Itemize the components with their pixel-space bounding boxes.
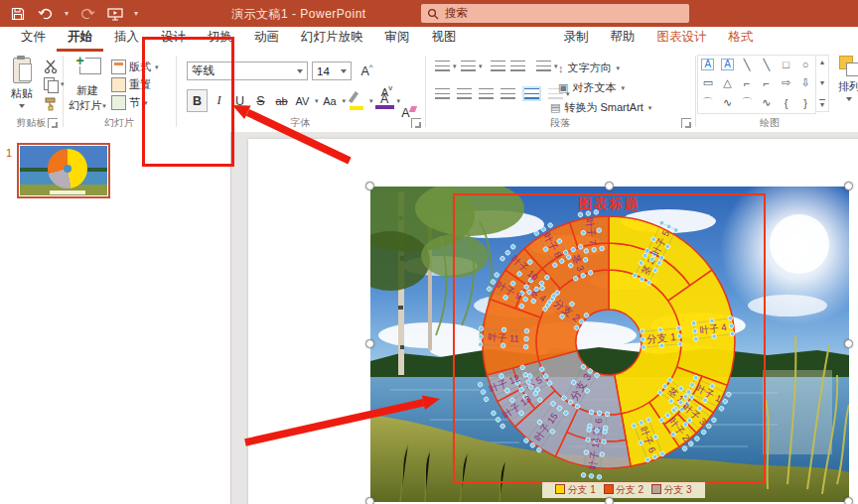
label-handle-dot[interactable] <box>730 331 735 336</box>
shape-glyph-16[interactable]: ∿ <box>762 96 771 109</box>
strike2-button[interactable]: ab <box>272 90 291 111</box>
decrease-indent-button[interactable] <box>491 61 505 71</box>
increase-indent-button[interactable] <box>510 61 525 71</box>
tab-8[interactable]: 审阅 <box>374 25 421 52</box>
shape-glyph-11[interactable]: ⇨ <box>782 76 790 89</box>
label-handle-dot[interactable] <box>487 286 493 292</box>
label-handle-dot[interactable] <box>584 449 589 454</box>
strike-button[interactable]: S <box>251 90 270 111</box>
new-slide-button[interactable]: + 新建 幻灯片▾ <box>68 56 107 113</box>
label-handle-dot[interactable] <box>602 430 607 435</box>
numbering-button[interactable]: ▾ <box>461 61 483 71</box>
arrange-dropdown-icon[interactable] <box>846 97 852 104</box>
shape-glyph-2[interactable]: A <box>721 59 734 70</box>
label-handle-dot[interactable] <box>642 344 646 349</box>
search-input[interactable]: 搜索 <box>421 4 689 23</box>
start-slideshow-icon[interactable] <box>106 5 124 23</box>
label-handle-dot[interactable] <box>597 411 602 416</box>
selection-handle[interactable] <box>365 497 374 504</box>
shape-glyph-12[interactable]: ⇩ <box>801 76 810 89</box>
tab-2[interactable]: 开始 <box>57 25 103 52</box>
label-handle-dot[interactable] <box>524 328 529 333</box>
shape-glyph-3[interactable]: ╲ <box>744 59 751 71</box>
label-handle-dot[interactable] <box>581 472 586 477</box>
legend-item[interactable]: 分支 1 <box>555 483 595 497</box>
label-handle-dot[interactable] <box>597 228 602 233</box>
selection-handle[interactable] <box>605 497 614 504</box>
tab-1[interactable]: 文件 <box>10 25 57 52</box>
paste-dropdown-icon[interactable] <box>19 104 25 111</box>
case-dropdown-icon[interactable]: ▾ <box>343 97 347 105</box>
shape-glyph-18[interactable]: } <box>803 97 807 109</box>
legend-item[interactable]: 分支 3 <box>651 483 691 497</box>
tab-5[interactable]: 切换 <box>197 25 243 52</box>
label-handle-dot[interactable] <box>589 410 594 415</box>
shapes-scroll-up-icon[interactable]: ▲ <box>819 59 826 65</box>
shapes-gallery[interactable]: AA╲╲□○▭△⌐⌐⇨⇩⌒∿⌒∿{} <box>697 55 816 114</box>
label-handle-dot[interactable] <box>658 220 664 226</box>
label-handle-dot[interactable] <box>726 391 732 397</box>
tab-9[interactable]: 视图 <box>421 25 468 52</box>
slide-thumbnail[interactable] <box>17 143 110 198</box>
font-size-combo[interactable]: 14 <box>312 62 352 80</box>
label-handle-dot[interactable] <box>584 248 589 253</box>
align-left-button[interactable] <box>435 88 450 99</box>
reset-button[interactable]: 重置 <box>111 77 151 92</box>
paragraph-dialog-launcher-icon[interactable] <box>681 118 691 128</box>
font-name-combo[interactable]: 等线 <box>187 62 308 80</box>
distribute-button[interactable] <box>524 88 539 99</box>
label-handle-dot[interactable] <box>478 382 484 388</box>
tab-12[interactable]: 图表设计 <box>646 25 718 52</box>
label-handle-dot[interactable] <box>693 336 698 341</box>
label-handle-dot[interactable] <box>641 337 645 342</box>
redo-icon[interactable] <box>78 5 96 23</box>
underline-button[interactable]: U <box>230 90 249 111</box>
label-handle-dot[interactable] <box>501 327 506 332</box>
label-handle-dot[interactable] <box>597 474 602 479</box>
label-handle-dot[interactable] <box>640 329 644 334</box>
undo-icon[interactable] <box>37 5 55 23</box>
label-handle-dot[interactable] <box>524 336 529 341</box>
shape-glyph-17[interactable]: { <box>785 97 788 109</box>
justify-button[interactable] <box>500 88 515 99</box>
label-handle-dot[interactable] <box>692 328 697 333</box>
label-handle-dot[interactable] <box>484 396 490 402</box>
label-handle-dot[interactable] <box>691 320 696 325</box>
shape-glyph-1[interactable]: A <box>701 59 714 70</box>
shapes-more-icon[interactable]: ▼ <box>819 99 826 108</box>
label-handle-dot[interactable] <box>677 341 682 346</box>
label-handle-dot[interactable] <box>540 226 546 232</box>
shape-glyph-4[interactable]: ╲ <box>764 59 771 71</box>
selection-handle[interactable] <box>844 182 853 190</box>
spacing-button[interactable]: AV <box>293 90 312 111</box>
label-handle-dot[interactable] <box>595 429 600 434</box>
selection-handle[interactable] <box>605 182 614 190</box>
label-handle-dot[interactable] <box>533 230 539 236</box>
label-handle-dot[interactable] <box>722 399 728 405</box>
label-handle-dot[interactable] <box>677 333 682 338</box>
bold-button[interactable]: B <box>187 89 208 112</box>
shape-glyph-9[interactable]: ⌐ <box>744 77 750 89</box>
italic-button[interactable]: I <box>210 90 228 111</box>
bullets-button[interactable]: ▾ <box>435 61 457 71</box>
legend-item[interactable]: 分支 2 <box>604 483 644 497</box>
sunburst-chart[interactable]: 分支 1茎 2叶子 5叶子 4茎 1叶子 1叶子 3叶子 2叶子 6分支 3茎 … <box>453 187 766 494</box>
label-handle-dot[interactable] <box>500 423 505 429</box>
shapes-scroll-down-icon[interactable]: ▼ <box>819 79 826 86</box>
label-handle-dot[interactable] <box>491 410 497 416</box>
tab-11[interactable]: 帮助 <box>600 25 646 52</box>
chart-title[interactable]: 图表标题 <box>453 195 766 213</box>
shape-glyph-10[interactable]: ⌐ <box>764 77 770 89</box>
label-handle-dot[interactable] <box>523 344 528 349</box>
tab-6[interactable]: 动画 <box>243 25 290 52</box>
shape-glyph-14[interactable]: ∿ <box>723 96 732 109</box>
paste-button[interactable]: 粘贴 <box>4 56 40 111</box>
align-right-button[interactable] <box>479 88 494 99</box>
label-handle-dot[interactable] <box>592 247 597 252</box>
shape-glyph-6[interactable]: ○ <box>802 59 809 70</box>
label-handle-dot[interactable] <box>676 325 681 330</box>
label-handle-dot[interactable] <box>500 343 505 348</box>
label-handle-dot[interactable] <box>718 406 724 412</box>
label-handle-dot[interactable] <box>599 246 604 251</box>
label-handle-dot[interactable] <box>600 451 605 456</box>
